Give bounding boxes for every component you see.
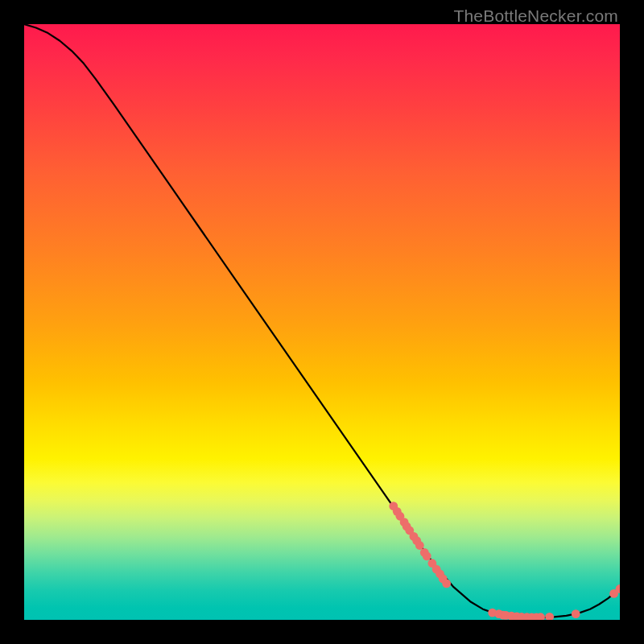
data-point [572,609,580,618]
data-point [442,579,451,588]
data-point [545,613,554,620]
watermark-text: TheBottleNecker.com [453,6,618,26]
data-point [423,551,431,560]
data-point [415,541,424,550]
chart-svg [24,24,620,620]
bottleneck-curve [24,24,620,617]
chart-curve [24,24,620,617]
chart-plot-area [24,24,620,620]
chart-scatter-points [389,502,620,620]
